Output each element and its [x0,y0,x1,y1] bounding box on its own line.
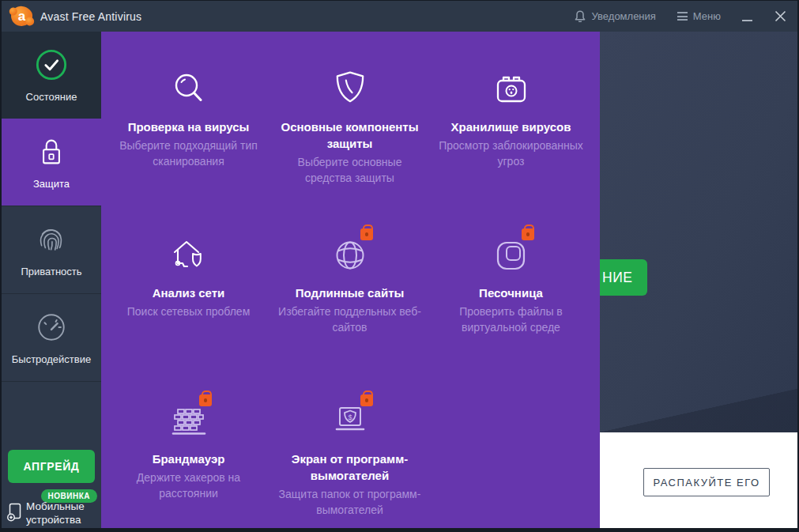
minimize-icon [742,20,752,21]
sidebar-item-privacy[interactable]: Приватность [2,206,101,293]
speedometer-icon [35,311,68,344]
menu-item-subtitle: Проверить файлы в виртуальной среде [435,304,587,336]
notifications-button[interactable]: Уведомления [574,9,656,25]
bell-icon [574,9,586,25]
globe-icon [332,237,368,274]
menu-item-title: Подлинные сайты [277,285,424,301]
lock-badge-icon [522,228,534,240]
menu-button[interactable]: Меню [677,10,721,22]
menu-item-ransomware-shield[interactable]: $ Экран от программ-вымогателей Защита п… [270,402,429,519]
lock-badge-icon [199,394,212,406]
menu-item-subtitle: Держите хакеров на расстоянии [113,470,265,502]
magnifier-icon [171,71,207,108]
menu-item-subtitle: Поиск сетевых проблем [113,304,265,319]
lock-badge-icon [360,228,373,240]
menu-item-title: Экран от программ-вымогателей [277,451,424,484]
scan-cta-button[interactable]: НИЕ [600,259,647,296]
sidebar-item-label: Состояние [26,91,77,103]
svg-text:$: $ [348,413,352,421]
phone-plus-icon [6,503,22,522]
sidebar-item-label: Приватность [21,266,81,277]
menu-item-subtitle: Просмотр заблокированных угроз [435,138,587,170]
menu-item-title: Песочница [438,285,585,301]
close-icon [775,10,786,22]
close-button[interactable] [775,10,786,22]
menu-item-title: Хранилище вирусов [438,119,585,135]
menu-item-sandbox[interactable]: Песочница Проверить файлы в виртуальной … [432,236,590,402]
sidebar-item-label: Быстродействие [12,353,91,365]
sidebar-item-mobile-devices[interactable]: Мобильные устройства [6,500,100,527]
home-network-icon [168,236,209,274]
menu-item-subtitle: Избегайте поддельных веб-сайтов [274,304,426,336]
titlebar: a Avast Free Antivirus Уведомления Меню [2,1,797,32]
promo-panel: РАСПАКУЙТЕ ЕГО [600,432,797,528]
check-circle-icon [35,48,68,81]
lock-badge-icon [360,394,373,406]
menu-item-title: Брандмауэр [115,451,262,467]
sidebar-item-performance[interactable]: Быстродействие [2,294,101,381]
menu-item-subtitle: Защита папок от программ-вымогателей [274,486,426,519]
notifications-label: Уведомления [592,10,656,22]
mobile-devices-label: Мобильные устройства [26,500,100,527]
menu-item-subtitle: Выберите подходящий тип сканирования [113,138,265,170]
lock-icon [37,135,66,168]
menu-item-title: Основные компоненты защиты [277,119,424,152]
menu-item-virus-scan[interactable]: Проверка на вирусы Выберите подходящий т… [109,70,268,236]
menu-item-core-shields[interactable]: Основные компоненты защиты Выберите осно… [270,70,429,236]
sidebar-divider [2,381,101,382]
sandbox-icon [493,237,530,274]
sidebar-item-status[interactable]: Состояние [2,32,101,119]
menu-item-real-site[interactable]: Подлинные сайты Избегайте поддельных веб… [270,236,429,402]
sidebar: Состояние Защита Приватность [2,32,101,528]
shield-icon [334,70,367,108]
firewall-icon [168,403,209,440]
virus-vault-icon [493,72,530,107]
avast-window: a Avast Free Antivirus Уведомления Меню [0,0,799,532]
ransomware-shield-icon: $ [330,403,370,440]
sidebar-item-label: Защита [33,178,70,190]
app-title: Avast Free Antivirus [40,10,141,23]
minimize-button[interactable] [742,9,753,24]
upgrade-button[interactable]: АПГРЕЙД [8,450,95,483]
fingerprint-icon [35,223,68,256]
menu-item-firewall[interactable]: Брандмауэр Держите хакеров на расстоянии [109,402,268,519]
dashboard-background: НИЕ [600,32,797,432]
sidebar-item-protection[interactable]: Защита [2,119,101,206]
menu-item-network-inspector[interactable]: Анализ сети Поиск сетевых проблем [109,236,268,402]
avast-logo-icon: a [11,6,32,26]
menu-item-virus-chest[interactable]: Хранилище вирусов Просмотр заблокированн… [432,70,590,236]
hamburger-icon [677,12,688,21]
menu-item-subtitle: Выберите основные средства защиты [274,154,426,187]
menu-item-title: Проверка на вирусы [115,119,262,135]
menu-item-title: Анализ сети [115,285,262,301]
menu-item-empty [432,402,590,519]
menu-label: Меню [693,10,721,22]
protection-menu-panel: Проверка на вирусы Выберите подходящий т… [101,32,600,528]
unpack-button[interactable]: РАСПАКУЙТЕ ЕГО [643,468,770,496]
